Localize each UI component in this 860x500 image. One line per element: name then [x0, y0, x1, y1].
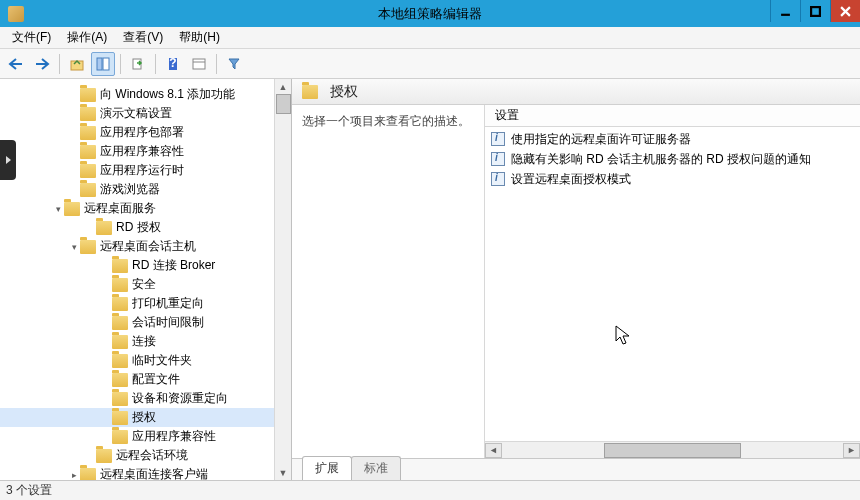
folder-icon	[112, 411, 128, 425]
tree-node[interactable]: 打印机重定向	[0, 294, 274, 313]
tree-node[interactable]: ▾远程桌面服务	[0, 199, 274, 218]
tree-node-label: 授权	[132, 409, 156, 426]
svg-rect-4	[71, 61, 83, 70]
tree-node[interactable]: 连接	[0, 332, 274, 351]
tree-node[interactable]: 应用程序运行时	[0, 161, 274, 180]
setting-label: 设置远程桌面授权模式	[511, 171, 631, 188]
scroll-left-icon[interactable]: ◄	[485, 443, 502, 458]
setting-label: 使用指定的远程桌面许可证服务器	[511, 131, 691, 148]
main-area: 向 Windows 8.1 添加功能演示文稿设置应用程序包部署应用程序兼容性应用…	[0, 79, 860, 480]
scroll-thumb[interactable]	[276, 94, 291, 114]
scroll-down-icon[interactable]: ▼	[276, 465, 291, 480]
settings-list-pane: 设置 使用指定的远程桌面许可证服务器隐藏有关影响 RD 会话主机服务器的 RD …	[484, 105, 860, 458]
settings-list: 使用指定的远程桌面许可证服务器隐藏有关影响 RD 会话主机服务器的 RD 授权问…	[485, 127, 860, 441]
setting-item[interactable]: 设置远程桌面授权模式	[485, 169, 860, 189]
expander-icon[interactable]: ▾	[68, 242, 80, 252]
folder-icon	[302, 85, 318, 99]
tree-node[interactable]: 授权	[0, 408, 274, 427]
window-controls	[770, 0, 860, 22]
status-bar: 3 个设置	[0, 480, 860, 500]
tree-node[interactable]: 游戏浏览器	[0, 180, 274, 199]
tab-standard[interactable]: 标准	[351, 456, 401, 480]
tree-node[interactable]: 配置文件	[0, 370, 274, 389]
export-button[interactable]	[126, 52, 150, 76]
folder-icon	[80, 240, 96, 254]
tree-node[interactable]: 应用程序兼容性	[0, 427, 274, 446]
tree-view[interactable]: 向 Windows 8.1 添加功能演示文稿设置应用程序包部署应用程序兼容性应用…	[0, 79, 274, 480]
close-button[interactable]	[830, 0, 860, 22]
svg-rect-1	[811, 7, 820, 16]
maximize-button[interactable]	[800, 0, 830, 22]
svg-rect-5	[97, 58, 102, 70]
tree-node-label: 设备和资源重定向	[132, 390, 228, 407]
tree-node-label: 应用程序运行时	[100, 162, 184, 179]
setting-item[interactable]: 使用指定的远程桌面许可证服务器	[485, 129, 860, 149]
details-title: 授权	[330, 83, 358, 101]
menu-view[interactable]: 查看(V)	[115, 27, 171, 48]
menu-action[interactable]: 操作(A)	[59, 27, 115, 48]
edge-expand-tab[interactable]	[0, 140, 16, 180]
folder-icon	[112, 430, 128, 444]
folder-icon	[112, 297, 128, 311]
tree-node[interactable]: 应用程序包部署	[0, 123, 274, 142]
column-header-setting[interactable]: 设置	[485, 105, 860, 127]
properties-button[interactable]	[187, 52, 211, 76]
folder-icon	[112, 259, 128, 273]
folder-icon	[96, 221, 112, 235]
tree-view-button[interactable]	[91, 52, 115, 76]
hscroll-thumb[interactable]	[604, 443, 740, 458]
setting-label: 隐藏有关影响 RD 会话主机服务器的 RD 授权问题的通知	[511, 151, 811, 168]
tree-node[interactable]: ▸远程桌面连接客户端	[0, 465, 274, 480]
description-pane: 选择一个项目来查看它的描述。	[292, 105, 484, 458]
tree-node[interactable]: RD 授权	[0, 218, 274, 237]
policy-icon	[491, 172, 505, 186]
setting-item[interactable]: 隐藏有关影响 RD 会话主机服务器的 RD 授权问题的通知	[485, 149, 860, 169]
tree-node-label: 演示文稿设置	[100, 105, 172, 122]
policy-icon	[491, 152, 505, 166]
folder-icon	[112, 316, 128, 330]
tree-node[interactable]: 应用程序兼容性	[0, 142, 274, 161]
tab-extended[interactable]: 扩展	[302, 456, 352, 480]
tree-node[interactable]: 安全	[0, 275, 274, 294]
tree-node-label: 游戏浏览器	[100, 181, 160, 198]
scroll-right-icon[interactable]: ►	[843, 443, 860, 458]
up-button[interactable]	[65, 52, 89, 76]
horizontal-scrollbar[interactable]: ◄ ►	[485, 441, 860, 458]
tree-node-label: 临时文件夹	[132, 352, 192, 369]
tree-node[interactable]: 向 Windows 8.1 添加功能	[0, 85, 274, 104]
tree-node[interactable]: 远程会话环境	[0, 446, 274, 465]
help-button[interactable]: ?	[161, 52, 185, 76]
minimize-button[interactable]	[770, 0, 800, 22]
details-panel: 授权 选择一个项目来查看它的描述。 设置 使用指定的远程桌面许可证服务器隐藏有关…	[292, 79, 860, 480]
details-header: 授权	[292, 79, 860, 105]
tree-node[interactable]: 演示文稿设置	[0, 104, 274, 123]
tree-node-label: 远程桌面会话主机	[100, 238, 196, 255]
scroll-up-icon[interactable]: ▲	[276, 79, 291, 94]
tree-node-label: 安全	[132, 276, 156, 293]
tree-node-label: 应用程序兼容性	[132, 428, 216, 445]
tree-node[interactable]: 设备和资源重定向	[0, 389, 274, 408]
tree-node[interactable]: 会话时间限制	[0, 313, 274, 332]
back-button[interactable]	[4, 52, 28, 76]
expander-icon[interactable]: ▾	[52, 204, 64, 214]
folder-icon	[112, 354, 128, 368]
menu-file[interactable]: 文件(F)	[4, 27, 59, 48]
folder-icon	[64, 202, 80, 216]
description-prompt: 选择一个项目来查看它的描述。	[302, 113, 474, 130]
tree-node[interactable]: ▾远程桌面会话主机	[0, 237, 274, 256]
policy-icon	[491, 132, 505, 146]
folder-icon	[80, 468, 96, 481]
tree-node-label: 应用程序包部署	[100, 124, 184, 141]
forward-button[interactable]	[30, 52, 54, 76]
tree-node[interactable]: 临时文件夹	[0, 351, 274, 370]
folder-icon	[80, 126, 96, 140]
menu-help[interactable]: 帮助(H)	[171, 27, 228, 48]
tree-node-label: 应用程序兼容性	[100, 143, 184, 160]
tree-scrollbar[interactable]: ▲ ▼	[274, 79, 291, 480]
expander-icon[interactable]: ▸	[68, 470, 80, 480]
tree-node-label: RD 授权	[116, 219, 161, 236]
tree-node[interactable]: RD 连接 Broker	[0, 256, 274, 275]
toolbar-separator	[216, 54, 217, 74]
hscroll-track[interactable]	[502, 443, 843, 458]
filter-button[interactable]	[222, 52, 246, 76]
